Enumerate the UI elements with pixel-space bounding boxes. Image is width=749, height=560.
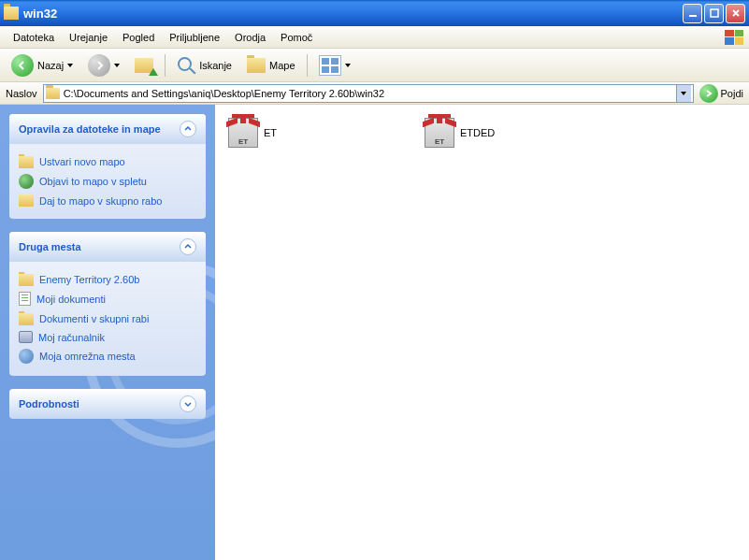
sidebar: Opravila za datoteke in mape Ustvari nov… bbox=[0, 105, 215, 560]
back-arrow-icon bbox=[11, 54, 34, 77]
application-icon: ET bbox=[425, 118, 454, 148]
place-my-documents[interactable]: Moji dokumenti bbox=[19, 289, 196, 309]
task-label: Daj to mapo v skupno rabo bbox=[39, 195, 162, 207]
details-title: Podrobnosti bbox=[19, 398, 79, 409]
folders-button[interactable]: Mape bbox=[241, 55, 301, 76]
maximize-button[interactable] bbox=[704, 4, 724, 23]
places-panel: Druga mesta Enemy Territory 2.60b Moji d… bbox=[9, 232, 206, 376]
tasks-title: Opravila za datoteke in mape bbox=[19, 123, 161, 135]
windows-flag-icon bbox=[725, 30, 743, 45]
place-network[interactable]: Moja omrežna mesta bbox=[19, 346, 196, 366]
address-input[interactable] bbox=[64, 88, 672, 99]
search-icon bbox=[177, 56, 195, 75]
application-icon: ET bbox=[228, 118, 258, 148]
search-button[interactable]: Iskanje bbox=[171, 53, 238, 78]
go-button[interactable]: Pojdi bbox=[699, 84, 743, 103]
tasks-panel-header[interactable]: Opravila za datoteke in mape bbox=[9, 114, 206, 144]
network-icon bbox=[19, 349, 34, 364]
details-panel-header[interactable]: Podrobnosti bbox=[9, 389, 206, 419]
place-label: Moj računalnik bbox=[38, 332, 105, 343]
window-titlebar: win32 bbox=[0, 0, 749, 26]
go-label: Pojdi bbox=[721, 88, 743, 99]
address-field[interactable] bbox=[43, 84, 694, 103]
window-title: win32 bbox=[23, 7, 683, 21]
chevron-down-icon bbox=[681, 92, 686, 95]
separator bbox=[307, 54, 308, 77]
folder-icon bbox=[19, 156, 34, 168]
folder-icon bbox=[46, 88, 60, 99]
menu-help[interactable]: Pomoč bbox=[273, 29, 320, 46]
task-new-folder[interactable]: Ustvari novo mapo bbox=[19, 151, 196, 171]
address-dropdown[interactable] bbox=[676, 85, 691, 102]
file-item[interactable]: ET ET bbox=[226, 116, 423, 150]
back-button[interactable]: Nazaj bbox=[6, 51, 79, 79]
toolbar: Nazaj Iskanje Mape bbox=[0, 49, 749, 82]
folder-icon bbox=[247, 58, 266, 73]
place-label: Moji dokumenti bbox=[36, 294, 106, 305]
up-button[interactable] bbox=[129, 55, 159, 76]
details-panel: Podrobnosti bbox=[9, 389, 206, 419]
expand-icon bbox=[180, 395, 196, 412]
chevron-down-icon bbox=[67, 64, 73, 67]
forward-arrow-icon bbox=[88, 54, 110, 77]
task-label: Objavi to mapo v spletu bbox=[39, 176, 147, 187]
menu-bar: Datoteka Urejanje Pogled Priljubljene Or… bbox=[0, 26, 749, 49]
task-publish[interactable]: Objavi to mapo v spletu bbox=[19, 171, 196, 192]
file-name: ET bbox=[264, 127, 277, 138]
folder-icon bbox=[19, 313, 34, 325]
separator bbox=[165, 54, 166, 77]
folder-icon bbox=[4, 7, 19, 20]
place-label: Moja omrežna mesta bbox=[39, 351, 136, 362]
task-share[interactable]: Daj to mapo v skupno rabo bbox=[19, 192, 196, 209]
collapse-icon bbox=[180, 121, 196, 137]
file-name: ETDED bbox=[460, 127, 495, 138]
globe-icon bbox=[19, 174, 34, 189]
menu-view[interactable]: Pogled bbox=[115, 29, 162, 46]
svg-rect-0 bbox=[689, 15, 697, 17]
task-label: Ustvari novo mapo bbox=[39, 156, 125, 167]
menu-edit[interactable]: Urejanje bbox=[62, 29, 115, 46]
menu-file[interactable]: Datoteka bbox=[6, 29, 62, 46]
places-panel-header[interactable]: Druga mesta bbox=[9, 232, 206, 262]
file-item[interactable]: ET ETDED bbox=[423, 116, 619, 150]
tasks-panel: Opravila za datoteke in mape Ustvari nov… bbox=[9, 114, 206, 219]
chevron-down-icon bbox=[345, 64, 351, 67]
views-button[interactable] bbox=[313, 52, 356, 79]
places-title: Druga mesta bbox=[19, 241, 81, 252]
views-icon bbox=[319, 55, 341, 76]
computer-icon bbox=[19, 331, 33, 343]
folder-up-icon bbox=[135, 58, 153, 73]
address-label: Naslov bbox=[6, 88, 37, 99]
menu-favorites[interactable]: Priljubljene bbox=[162, 29, 227, 46]
go-arrow-icon bbox=[699, 84, 718, 103]
share-folder-icon bbox=[19, 194, 34, 207]
collapse-icon bbox=[180, 238, 196, 255]
menu-tools[interactable]: Orodja bbox=[227, 29, 273, 46]
chevron-down-icon bbox=[114, 64, 120, 67]
place-shared-documents[interactable]: Dokumenti v skupni rabi bbox=[19, 309, 196, 328]
place-parent-folder[interactable]: Enemy Territory 2.60b bbox=[19, 269, 196, 289]
forward-button[interactable] bbox=[82, 51, 125, 79]
place-label: Dokumenti v skupni rabi bbox=[39, 313, 149, 324]
folders-label: Mape bbox=[269, 60, 295, 71]
back-label: Nazaj bbox=[37, 60, 64, 71]
place-my-computer[interactable]: Moj računalnik bbox=[19, 328, 196, 346]
search-label: Iskanje bbox=[199, 60, 232, 71]
minimize-button[interactable] bbox=[683, 4, 702, 23]
svg-rect-1 bbox=[711, 9, 718, 17]
close-button[interactable] bbox=[726, 4, 745, 23]
documents-icon bbox=[19, 292, 31, 306]
folder-icon bbox=[19, 274, 34, 286]
address-bar: Naslov Pojdi bbox=[0, 82, 749, 105]
file-pane[interactable]: ET ET ET ETDED bbox=[215, 105, 749, 560]
place-label: Enemy Territory 2.60b bbox=[39, 274, 139, 285]
